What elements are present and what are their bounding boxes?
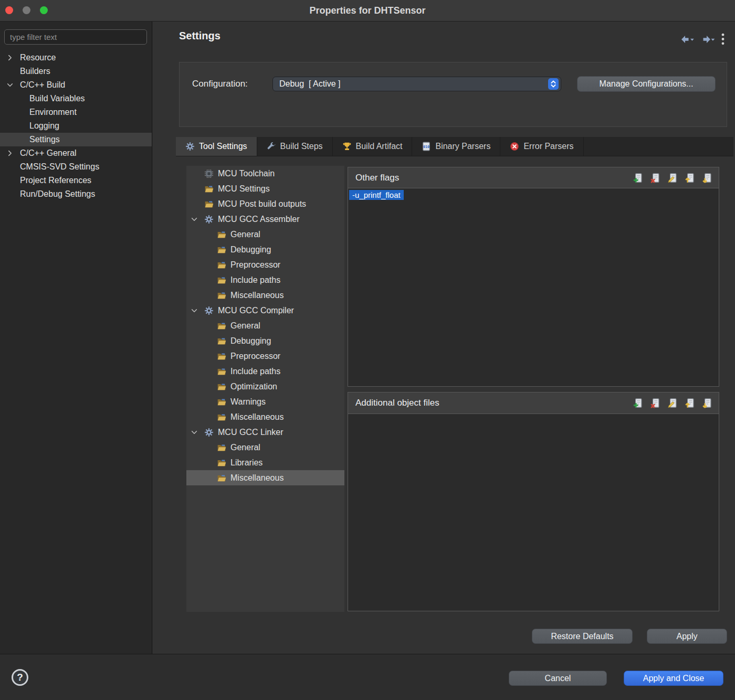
- additional-object-files-title: Additional object files: [355, 398, 439, 408]
- apply-button[interactable]: Apply: [647, 629, 727, 644]
- tool-tree-item-miscellaneous[interactable]: Miscellaneous: [186, 470, 344, 485]
- svg-text:010: 010: [423, 145, 429, 149]
- sidebar-item-label: Logging: [29, 121, 59, 131]
- chevron-down-icon[interactable]: [191, 429, 204, 436]
- tool-tree-item-label: Miscellaneous: [230, 412, 284, 422]
- tool-tree-item-mcu-gcc-compiler[interactable]: MCU GCC Compiler: [186, 303, 344, 318]
- sidebar-item-builders[interactable]: Builders: [0, 65, 152, 78]
- tab-label: Binary Parsers: [435, 142, 490, 151]
- tool-tree-item-include-paths[interactable]: Include paths: [186, 272, 344, 288]
- tool-tree-item-label: Include paths: [230, 367, 280, 376]
- folder-icon: [204, 184, 215, 194]
- folder-icon: [217, 382, 227, 391]
- apply-and-close-button[interactable]: Apply and Close: [624, 671, 723, 686]
- tool-tree-item-mcu-settings[interactable]: MCU Settings: [186, 181, 344, 196]
- sidebar-item-environment[interactable]: Environment: [0, 105, 152, 119]
- tool-tree-item-include-paths[interactable]: Include paths: [186, 364, 344, 379]
- sidebar-item-run-debug-settings[interactable]: Run/Debug Settings: [0, 187, 152, 201]
- sidebar-item-cmsis-svd-settings[interactable]: CMSIS-SVD Settings: [0, 160, 152, 174]
- dialog-footer: ? Cancel Apply and Close: [0, 654, 735, 700]
- tool-tree-item-preprocessor[interactable]: Preprocessor: [186, 257, 344, 272]
- trophy-icon: [342, 142, 352, 151]
- tool-tree-item-label: Miscellaneous: [230, 473, 284, 483]
- tool-tree-item-general[interactable]: General: [186, 440, 344, 455]
- add-button[interactable]: [632, 172, 644, 184]
- tool-tree-item-optimization[interactable]: Optimization: [186, 379, 344, 394]
- tool-tree-item-label: Preprocessor: [230, 352, 280, 361]
- sidebar-item-label: C/C++ Build: [20, 80, 65, 90]
- help-icon[interactable]: ?: [12, 669, 28, 686]
- tab-binary-parsers[interactable]: 010Binary Parsers: [412, 137, 500, 156]
- tab-error-parsers[interactable]: Error Parsers: [500, 137, 583, 156]
- window-title: Properties for DHTSensor: [0, 0, 735, 21]
- sidebar-item-c-c-general[interactable]: C/C++ General: [0, 146, 152, 160]
- chevron-down-icon[interactable]: [191, 216, 204, 223]
- tool-tree-item-mcu-toolchain[interactable]: MCU Toolchain: [186, 166, 344, 181]
- tool-tree-item-label: Optimization: [230, 382, 277, 391]
- sidebar-item-c-c-build[interactable]: C/C++ Build: [0, 78, 152, 92]
- configuration-label: Configuration:: [192, 79, 248, 89]
- tool-tree-item-preprocessor[interactable]: Preprocessor: [186, 348, 344, 364]
- tab-build-steps[interactable]: Build Steps: [257, 137, 333, 156]
- back-icon[interactable]: [680, 35, 695, 44]
- sidebar-item-resource[interactable]: Resource: [0, 51, 152, 65]
- forward-icon[interactable]: [701, 35, 715, 44]
- sidebar-item-build-variables[interactable]: Build Variables: [0, 92, 152, 105]
- tool-tree-item-general[interactable]: General: [186, 318, 344, 333]
- tab-label: Build Artifact: [356, 142, 403, 151]
- move-up-button[interactable]: [684, 397, 696, 409]
- folder-icon: [217, 260, 227, 270]
- delete-button[interactable]: [649, 172, 662, 184]
- tool-tree-item-miscellaneous[interactable]: Miscellaneous: [186, 409, 344, 425]
- other-flags-list[interactable]: -u_printf_float: [348, 188, 719, 387]
- tool-tree-item-mcu-gcc-assembler[interactable]: MCU GCC Assembler: [186, 211, 344, 227]
- minimize-window-button[interactable]: [23, 6, 30, 14]
- close-window-button[interactable]: [5, 6, 13, 14]
- sidebar-item-logging[interactable]: Logging: [0, 119, 152, 133]
- settings-page: Settings Configuration: Debug [ Active ]…: [153, 22, 735, 654]
- move-up-button[interactable]: [684, 172, 696, 184]
- move-down-button[interactable]: [701, 397, 713, 409]
- sidebar-item-label: Builders: [20, 67, 50, 76]
- chevron-down-icon[interactable]: [6, 81, 20, 89]
- tool-tree-item-label: Libraries: [230, 458, 262, 468]
- sidebar-item-label: Build Variables: [29, 94, 85, 103]
- tool-tree-item-debugging[interactable]: Debugging: [186, 333, 344, 348]
- filter-input[interactable]: [4, 29, 147, 45]
- properties-tree: ResourceBuildersC/C++ BuildBuild Variabl…: [0, 51, 152, 201]
- sidebar-item-project-references[interactable]: Project References: [0, 174, 152, 187]
- kebab-menu-icon[interactable]: [721, 33, 724, 45]
- tab-build-artifact[interactable]: Build Artifact: [333, 137, 413, 156]
- wrench-icon: [267, 142, 276, 151]
- zoom-window-button[interactable]: [40, 6, 48, 14]
- edit-button[interactable]: [666, 172, 679, 184]
- configuration-select[interactable]: Debug [ Active ]: [272, 77, 561, 91]
- sidebar-item-settings[interactable]: Settings: [0, 133, 152, 146]
- tool-tree-item-mcu-post-build-outputs[interactable]: MCU Post build outputs: [186, 196, 344, 211]
- restore-defaults-button[interactable]: Restore Defaults: [532, 629, 633, 644]
- move-down-button[interactable]: [701, 172, 713, 184]
- tool-settings-tree: MCU ToolchainMCU SettingsMCU Post build …: [186, 166, 344, 612]
- tool-tree-item-miscellaneous[interactable]: Miscellaneous: [186, 288, 344, 303]
- tool-tree-item-warnings[interactable]: Warnings: [186, 394, 344, 409]
- folder-icon: [217, 367, 227, 376]
- tool-tree-item-label: General: [230, 443, 260, 452]
- tab-tool-settings[interactable]: Tool Settings: [176, 137, 257, 156]
- page-title: Settings: [179, 30, 220, 42]
- additional-object-files-list[interactable]: [348, 414, 719, 611]
- tab-label: Build Steps: [280, 142, 323, 151]
- add-button[interactable]: [632, 397, 644, 409]
- chevron-right-icon[interactable]: [6, 150, 20, 157]
- tool-tree-item-debugging[interactable]: Debugging: [186, 242, 344, 257]
- edit-button[interactable]: [666, 397, 679, 409]
- tool-tree-item-mcu-gcc-linker[interactable]: MCU GCC Linker: [186, 425, 344, 440]
- list-item-u-printf-float[interactable]: -u_printf_float: [349, 190, 404, 200]
- folder-icon: [217, 352, 227, 361]
- delete-button[interactable]: [649, 397, 662, 409]
- cancel-button[interactable]: Cancel: [509, 671, 607, 686]
- chevron-down-icon[interactable]: [191, 307, 204, 314]
- manage-configurations-button[interactable]: Manage Configurations...: [577, 76, 716, 92]
- tool-tree-item-libraries[interactable]: Libraries: [186, 455, 344, 470]
- tool-tree-item-general[interactable]: General: [186, 227, 344, 242]
- chevron-right-icon[interactable]: [6, 54, 20, 61]
